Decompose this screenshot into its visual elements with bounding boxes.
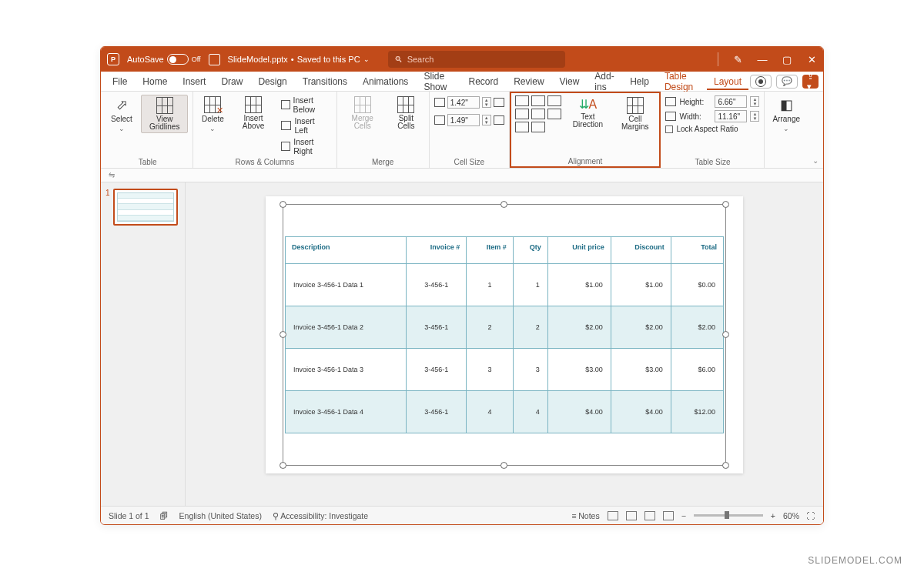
- menu-animations[interactable]: Animations: [356, 73, 415, 90]
- slide-thumbnail-1[interactable]: [113, 189, 178, 226]
- view-gridlines-button[interactable]: View Gridlines: [141, 95, 188, 133]
- align-mid-right-button[interactable]: [547, 109, 561, 119]
- group-table: ⬀ Select ⌄ View Gridlines Table: [102, 92, 193, 168]
- table-width-input[interactable]: 11.16": [715, 110, 747, 122]
- reading-view-button[interactable]: [644, 511, 655, 520]
- notes-icon[interactable]: 🗐: [160, 511, 169, 520]
- lock-aspect-checkbox[interactable]: Lock Aspect Ratio: [665, 125, 738, 133]
- selection-handle[interactable]: [280, 331, 286, 338]
- zoom-level[interactable]: 60%: [783, 511, 799, 520]
- accessibility-indicator[interactable]: ⚲ Accessibility: Investigate: [273, 511, 368, 520]
- minimize-button[interactable]: —: [757, 54, 768, 65]
- record-button[interactable]: [750, 75, 772, 89]
- table-width-spinner[interactable]: ▲▼: [750, 111, 759, 122]
- selection-handle[interactable]: [722, 201, 729, 208]
- selection-handle[interactable]: [722, 462, 729, 469]
- menu-insert[interactable]: Insert: [176, 73, 213, 90]
- watermark: SLIDEMODEL.COM: [808, 555, 902, 566]
- insert-below-button[interactable]: Insert Below: [280, 95, 332, 115]
- ribbon-collapse-button[interactable]: ⌄: [808, 92, 823, 168]
- col-width-input[interactable]: 1.49": [447, 114, 480, 126]
- align-top-center-button[interactable]: [531, 95, 545, 106]
- save-state: Saved to this PC: [297, 55, 360, 64]
- distribute-cols-icon[interactable]: [494, 115, 504, 125]
- chevron-down-icon[interactable]: ⌄: [363, 55, 370, 63]
- group-cell-size: 1.42" ▲▼ 1.49" ▲▼ Cell Size: [430, 92, 510, 168]
- view-gridlines-label: View Gridlines: [145, 115, 184, 131]
- slideshow-view-button[interactable]: [663, 511, 674, 520]
- distribute-rows-icon[interactable]: [494, 98, 504, 107]
- align-mid-center-button[interactable]: [531, 109, 545, 119]
- cell-margins-button[interactable]: Cell Margins: [614, 95, 655, 132]
- row-height-input[interactable]: 1.42": [447, 96, 480, 109]
- select-button[interactable]: ⬀ Select ⌄: [107, 95, 136, 134]
- split-cells-button[interactable]: Split Cells: [388, 95, 424, 132]
- menu-draw[interactable]: Draw: [214, 73, 249, 90]
- menu-design[interactable]: Design: [251, 73, 293, 90]
- search-placeholder: Search: [407, 55, 434, 64]
- delete-button[interactable]: ✕ Delete ⌄: [198, 95, 227, 134]
- align-top-left-button[interactable]: [515, 95, 529, 106]
- fit-to-window-button[interactable]: ⛶: [807, 511, 815, 520]
- insert-above-button[interactable]: Insert Above: [232, 95, 274, 132]
- zoom-in-button[interactable]: +: [771, 511, 775, 520]
- row-height-spinner[interactable]: ▲▼: [482, 97, 491, 108]
- align-mid-left-button[interactable]: [515, 109, 529, 119]
- align-bot-left-button[interactable]: [515, 122, 529, 132]
- split-label: Split Cells: [391, 115, 421, 130]
- autosave-toggle[interactable]: AutoSave Off: [127, 54, 201, 65]
- table-height-input[interactable]: 6.66": [715, 95, 747, 108]
- align-top-right-button[interactable]: [547, 95, 561, 106]
- arrange-button[interactable]: ◧ Arrange ⌄: [769, 95, 803, 134]
- selection-handle[interactable]: [500, 201, 507, 208]
- pen-icon[interactable]: ✎: [732, 54, 743, 65]
- insert-right-button[interactable]: Insert Right: [280, 136, 332, 156]
- text-direction-button[interactable]: ⇊A Text Direction: [566, 95, 610, 130]
- menu-record[interactable]: Record: [462, 73, 506, 90]
- align-buttons: [515, 95, 561, 132]
- group-tablesize-label: Table Size: [695, 158, 730, 166]
- toggle-icon[interactable]: [167, 54, 189, 65]
- merge-cells-button[interactable]: Merge Cells: [342, 95, 384, 132]
- group-rows-cols-label: Rows & Columns: [236, 158, 295, 166]
- menu-review[interactable]: Review: [507, 73, 551, 90]
- slide-canvas[interactable]: Description Invoice # Item # Qty Unit pr…: [186, 182, 823, 506]
- selection-handle[interactable]: [722, 331, 729, 338]
- zoom-slider[interactable]: [694, 514, 763, 517]
- text-direction-label: Text Direction: [569, 113, 607, 129]
- select-label: Select: [111, 115, 132, 123]
- table-height-spinner[interactable]: ▲▼: [750, 96, 759, 107]
- table-height-icon: [665, 97, 676, 106]
- menu-layout[interactable]: Layout: [707, 73, 748, 90]
- menu-view[interactable]: View: [553, 73, 587, 90]
- merge-label: Merge Cells: [345, 115, 381, 130]
- normal-view-button[interactable]: [608, 511, 618, 520]
- selection-handle[interactable]: [280, 462, 286, 469]
- sorter-view-button[interactable]: [626, 511, 637, 520]
- insert-left-button[interactable]: Insert Left: [280, 115, 332, 135]
- language-indicator[interactable]: English (United States): [179, 511, 262, 520]
- col-width-spinner[interactable]: ▲▼: [482, 115, 491, 125]
- notes-button[interactable]: ≡ Notes: [571, 511, 599, 520]
- close-button[interactable]: ✕: [806, 54, 817, 65]
- comments-button[interactable]: 💬: [776, 75, 798, 89]
- menu-help[interactable]: Help: [623, 73, 656, 90]
- group-rows-columns: ✕ Delete ⌄ Insert Above Insert Below Ins…: [193, 92, 336, 168]
- document-title[interactable]: SlideModel.pptx • Saved to this PC ⌄: [228, 55, 370, 64]
- qat-dropdown[interactable]: ⇋: [109, 171, 115, 179]
- selection-handle[interactable]: [500, 462, 507, 469]
- ribbon: ⬀ Select ⌄ View Gridlines Table ✕ Delete…: [101, 92, 823, 169]
- menu-home[interactable]: Home: [136, 73, 174, 90]
- menu-file[interactable]: File: [105, 73, 134, 90]
- slide-indicator[interactable]: Slide 1 of 1: [109, 511, 149, 520]
- selection-handle[interactable]: [280, 201, 286, 208]
- cell-margins-label: Cell Margins: [618, 115, 652, 131]
- save-icon[interactable]: [209, 54, 220, 65]
- search-input[interactable]: 🔍︎ Search: [388, 51, 565, 68]
- share-button[interactable]: ⇪ ▾: [802, 75, 819, 89]
- menu-transitions[interactable]: Transitions: [296, 73, 354, 90]
- zoom-out-button[interactable]: −: [681, 511, 686, 520]
- group-arrange: ◧ Arrange ⌄: [765, 92, 808, 168]
- maximize-button[interactable]: ▢: [782, 54, 792, 65]
- align-bot-center-button[interactable]: [531, 122, 545, 132]
